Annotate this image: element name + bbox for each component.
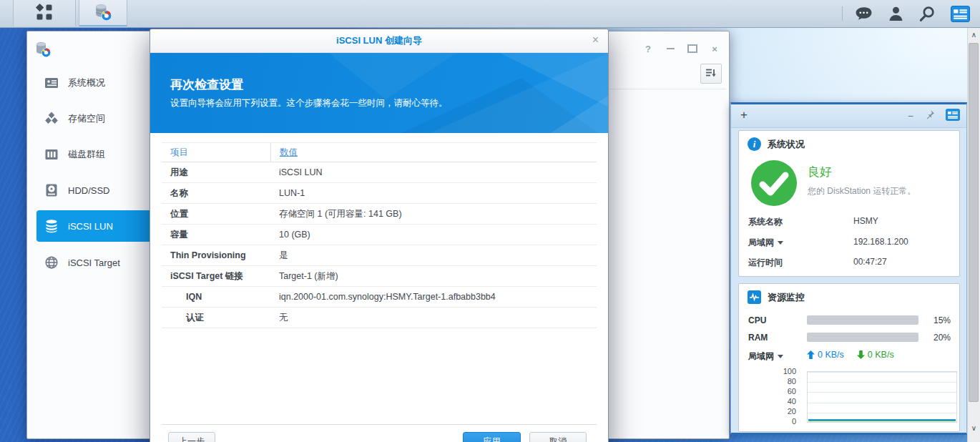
row-label: 位置: [162, 208, 270, 220]
widget-panel: + − i 系统状况 良好 您的 DiskStation 运转正常。: [730, 102, 967, 435]
row-value: Target-1 (新增): [270, 270, 597, 283]
storage-manager-icon: [94, 3, 112, 24]
lan-traffic-chart: [807, 371, 957, 423]
pin-panel-icon[interactable]: [924, 109, 935, 123]
window-maximize-icon[interactable]: [687, 44, 697, 54]
sidebar-item-disk-group[interactable]: 磁盘群组: [36, 139, 164, 170]
sidebar-item-system-overview[interactable]: 系统概况: [36, 67, 164, 99]
row-label: IQN: [162, 292, 270, 302]
info-row-system-name: 系统名称 HSMY: [748, 216, 952, 227]
info-row-lan: 局域网 192.168.1.200: [748, 237, 952, 248]
scroll-down-icon[interactable]: ∨: [968, 421, 980, 435]
column-header-value[interactable]: 数值: [270, 143, 597, 162]
dialog-titlebar[interactable]: iSCSI LUN 创建向导 ×: [150, 29, 608, 53]
cpu-label: CPU: [748, 315, 766, 325]
health-status-description: 您的 DiskStation 运转正常。: [808, 185, 916, 197]
widgets-panel-icon[interactable]: [946, 109, 960, 124]
info-label: 运行时间: [748, 257, 783, 269]
scroll-up-icon[interactable]: ∧: [968, 27, 980, 41]
cancel-button[interactable]: 取消: [529, 432, 587, 442]
row-value: 存储空间 1 (可用容量: 141 GB): [270, 208, 597, 220]
lan-traffic-selector[interactable]: 局域网: [748, 350, 783, 363]
sort-button[interactable]: [700, 64, 722, 84]
table-header-row: 项目 数值: [162, 143, 597, 162]
lan-selector[interactable]: 局域网: [748, 237, 783, 249]
info-value: 192.168.1.200: [853, 237, 908, 247]
system-overview-icon: [44, 76, 59, 90]
widget-panel-header: + −: [731, 104, 966, 128]
row-value: 是: [270, 250, 597, 262]
table-row: 认证 无: [162, 308, 597, 328]
row-value: iqn.2000-01.com.synology:HSMY.Target-1.a…: [270, 292, 597, 302]
row-value: 10 (GB): [270, 230, 597, 240]
sidebar-item-label: 系统概况: [68, 77, 105, 89]
table-row: IQN iqn.2000-01.com.synology:HSMY.Target…: [162, 287, 597, 308]
dialog-body: 项目 数值 用途 iSCSI LUN 名称 LUN-1 位置 存储空间 1 (可…: [150, 133, 608, 424]
footer-divider: [162, 424, 597, 425]
cpu-bar: [807, 315, 918, 325]
table-row: 位置 存储空间 1 (可用容量: 141 GB): [162, 204, 597, 225]
traffic-line-series: [808, 419, 956, 421]
iscsi-lun-wizard-dialog: iSCSI LUN 创建向导 × 再次检查设置 设置向导将会应用下列设置。这个步…: [150, 29, 609, 442]
chevron-down-icon: [778, 355, 783, 358]
lan-label: 局域网: [748, 350, 774, 363]
window-minimize-icon[interactable]: [665, 44, 675, 54]
notifications-chat-icon[interactable]: [855, 6, 873, 21]
wizard-step-description: 设置向导将会应用下列设置。这个步骤将会花一些时间，请耐心等待。: [170, 97, 448, 109]
sidebar-item-iscsi-target[interactable]: iSCSI Target: [36, 247, 164, 278]
taskbar: [0, 0, 980, 28]
iscsi-target-icon: [44, 255, 59, 270]
download-arrow-icon: [857, 350, 865, 359]
row-label: 认证: [162, 312, 270, 324]
add-widget-icon[interactable]: +: [740, 108, 748, 122]
table-row: Thin Provisioning 是: [162, 245, 597, 266]
sidebar-item-label: iSCSI LUN: [68, 221, 113, 232]
widget-title: 系统状况: [768, 138, 805, 151]
health-check-icon: [750, 159, 798, 210]
widget-title: 资源监控: [768, 291, 805, 304]
table-row: iSCSI Target 链接 Target-1 (新增): [162, 266, 597, 287]
iscsi-lun-icon: [44, 219, 59, 233]
disk-group-icon: [44, 147, 59, 162]
sidebar-item-label: HDD/SSD: [68, 185, 110, 196]
main-menu-button[interactable]: [13, 0, 76, 26]
resource-monitor-widget: 资源监控 CPU 15% RAM 20% 局域网 0 KB/s: [738, 283, 960, 432]
table-row: 用途 iSCSI LUN: [162, 162, 597, 183]
user-account-icon[interactable]: [888, 6, 904, 22]
row-label: iSCSI Target 链接: [162, 270, 270, 283]
apply-button[interactable]: 应用: [463, 432, 521, 442]
window-help-icon[interactable]: ?: [643, 44, 653, 54]
table-row: 名称 LUN-1: [162, 183, 597, 204]
sidebar-item-label: 磁盘群组: [68, 148, 105, 161]
wizard-step-heading: 再次检查设置: [170, 77, 243, 93]
upload-speed: 0 KB/s: [807, 350, 844, 360]
ram-bar: [807, 333, 918, 342]
table-row: 容量 10 (GB): [162, 225, 597, 245]
row-label: Thin Provisioning: [162, 250, 270, 260]
cpu-percent: 15%: [934, 315, 951, 325]
sidebar-item-storage-volume[interactable]: 存储空间: [36, 103, 164, 134]
minimize-panel-icon[interactable]: −: [908, 112, 913, 119]
back-button[interactable]: 上一步: [168, 432, 215, 442]
sidebar-item-hdd-ssd[interactable]: HDD/SSD: [36, 175, 164, 206]
wizard-banner: 再次检查设置 设置向导将会应用下列设置。这个步骤将会花一些时间，请耐心等待。: [150, 53, 608, 134]
system-health-widget: i 系统状况 良好 您的 DiskStation 运转正常。 系统名称 HSMY…: [738, 130, 960, 277]
dialog-close-icon[interactable]: ×: [592, 34, 599, 46]
page-scrollbar[interactable]: ∧ ∨: [967, 27, 980, 442]
scrollbar-thumb[interactable]: [969, 43, 979, 402]
widgets-panel-toggle-icon[interactable]: [951, 6, 970, 22]
storage-manager-icon: [34, 41, 52, 61]
window-close-icon[interactable]: ×: [710, 44, 720, 54]
cpu-meter: CPU 15%: [748, 315, 951, 325]
info-label: 系统名称: [748, 216, 783, 228]
row-value: LUN-1: [270, 188, 597, 198]
banner-facets-decoration: [150, 53, 608, 134]
resource-monitor-icon: [748, 290, 761, 304]
column-header-item[interactable]: 项目: [162, 147, 270, 159]
health-status-text: 良好: [808, 164, 832, 180]
info-value: HSMY: [853, 216, 878, 226]
sort-descending-icon: [705, 67, 717, 81]
ram-percent: 20%: [934, 333, 951, 343]
search-icon[interactable]: [919, 6, 936, 22]
taskbar-storage-manager-button[interactable]: [79, 0, 127, 26]
